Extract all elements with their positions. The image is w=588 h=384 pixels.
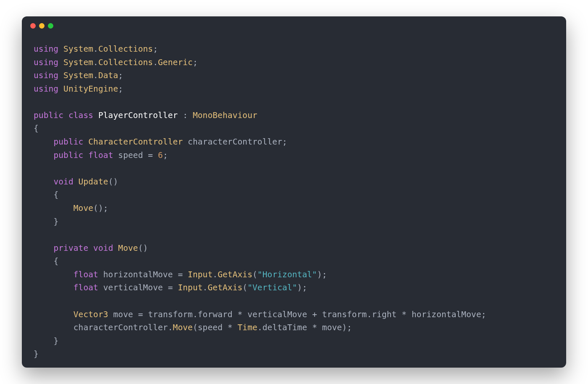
star: *	[238, 310, 243, 319]
code-line: using System.Collections.Generic;	[34, 58, 198, 67]
code-line: void Update()	[34, 177, 118, 187]
dot: .	[93, 58, 98, 67]
code-line: using System.Data;	[34, 71, 123, 80]
keyword-using: using	[34, 71, 58, 80]
semi: ;	[347, 323, 352, 332]
lparen: (	[138, 243, 143, 253]
fn-move: Move	[173, 323, 193, 332]
str-vertical: "Vertical"	[247, 283, 297, 292]
fn-update: Update	[79, 177, 108, 187]
id-speed: speed	[198, 323, 223, 332]
fn-getaxis: GetAxis	[207, 283, 242, 292]
ns-data: Data	[98, 71, 118, 80]
code-line: {	[34, 190, 58, 200]
traffic-light-zoom-icon[interactable]	[48, 23, 53, 29]
fn-move: Move	[118, 243, 138, 253]
code-line: public CharacterController characterCont…	[34, 137, 287, 147]
lparen: (	[252, 270, 257, 279]
rbrace: }	[53, 336, 58, 346]
keyword-public: public	[53, 150, 83, 160]
code-window: using System.Collections; using System.C…	[22, 16, 566, 368]
code-line: private void Move()	[34, 243, 148, 253]
keyword-using: using	[34, 84, 58, 94]
plus: +	[312, 310, 317, 319]
keyword-float: float	[88, 150, 113, 160]
keyword-using: using	[34, 44, 58, 54]
code-line: public class PlayerController : MonoBeha…	[34, 110, 257, 120]
keyword-class: class	[68, 110, 93, 120]
fn-move-call: Move	[74, 203, 93, 213]
code-line: float verticalMove = Input.GetAxis("Vert…	[34, 283, 307, 292]
field-speed: speed	[118, 150, 143, 160]
rparen: )	[98, 203, 103, 213]
dot: .	[257, 323, 262, 332]
dot: .	[193, 310, 198, 319]
rparen: )	[143, 243, 148, 253]
star: *	[228, 323, 233, 332]
keyword-public: public	[53, 137, 83, 147]
id-verticalmove: verticalMove	[247, 310, 307, 319]
id-horizontalmove: horizontalMove	[412, 310, 481, 319]
cls-input: Input	[178, 283, 202, 292]
dot: .	[93, 44, 98, 54]
star: *	[402, 310, 407, 319]
number-six: 6	[158, 150, 163, 160]
traffic-light-close-icon[interactable]	[30, 23, 36, 29]
ns-system: System	[63, 71, 93, 80]
cls-input: Input	[188, 270, 213, 279]
eq: =	[178, 270, 183, 279]
semi: ;	[282, 137, 287, 147]
var-verticalmove: verticalMove	[103, 283, 163, 292]
semi: ;	[103, 203, 108, 213]
ns-collections: Collections	[98, 58, 153, 67]
id-right: right	[372, 310, 396, 319]
lparen: (	[108, 177, 113, 187]
keyword-using: using	[34, 58, 58, 67]
cls-time: Time	[238, 323, 257, 332]
rparen: )	[342, 323, 347, 332]
traffic-light-minimize-icon[interactable]	[39, 23, 45, 29]
semi: ;	[153, 44, 158, 54]
keyword-float: float	[74, 270, 98, 279]
code-line: {	[34, 124, 39, 133]
keyword-public: public	[34, 110, 63, 120]
class-name: PlayerController	[98, 110, 178, 120]
eq: =	[138, 310, 143, 319]
code-line: public float speed = 6;	[34, 150, 168, 160]
id-move: move	[322, 323, 342, 332]
keyword-float: float	[74, 283, 98, 292]
code-editor-content: using System.Collections; using System.C…	[22, 35, 566, 368]
code-line: using UnityEngine;	[34, 84, 123, 94]
code-line: }	[34, 217, 58, 226]
rparen: )	[113, 177, 118, 187]
lparen: (	[93, 203, 98, 213]
colon: :	[183, 110, 188, 120]
code-line: Vector3 move = transform.forward * verti…	[34, 310, 486, 319]
var-move: move	[113, 310, 133, 319]
lparen: (	[242, 283, 247, 292]
ns-collections: Collections	[98, 44, 153, 54]
semi: ;	[118, 84, 123, 94]
field-charactercontroller: characterController	[188, 137, 282, 147]
ns-generic: Generic	[158, 58, 193, 67]
semi: ;	[193, 58, 198, 67]
base-class: MonoBehaviour	[193, 110, 257, 120]
code-line: Move();	[34, 203, 108, 213]
fn-getaxis: GetAxis	[218, 270, 252, 279]
dot: .	[168, 323, 173, 332]
semi: ;	[118, 71, 123, 80]
str-horizontal: "Horizontal"	[257, 270, 317, 279]
dot: .	[213, 270, 218, 279]
lbrace: {	[53, 256, 58, 266]
semi: ;	[481, 310, 486, 319]
rparen: )	[297, 283, 302, 292]
semi: ;	[302, 283, 307, 292]
id-transform: transform	[322, 310, 367, 319]
ns-system: System	[63, 58, 93, 67]
lbrace: {	[34, 124, 39, 133]
keyword-void: void	[93, 243, 113, 253]
rbrace: }	[34, 349, 39, 359]
code-line: {	[34, 256, 58, 266]
dot: .	[153, 58, 158, 67]
cls-vector3: Vector3	[74, 310, 108, 319]
